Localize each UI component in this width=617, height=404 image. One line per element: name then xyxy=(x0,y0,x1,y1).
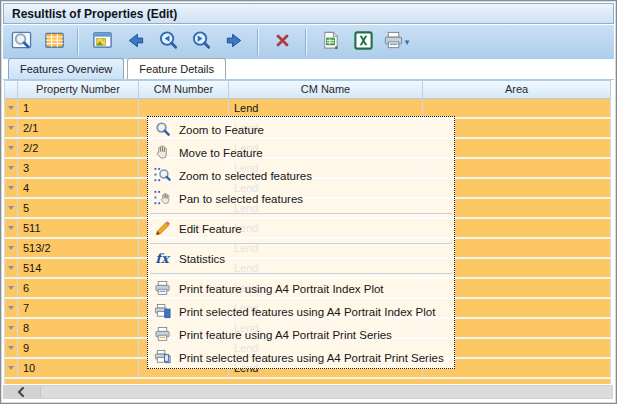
menu-item[interactable]: Pan to selected features xyxy=(148,187,454,210)
menu-divider xyxy=(150,213,452,214)
row-expander[interactable] xyxy=(4,179,18,199)
previous-record-button[interactable] xyxy=(123,30,147,54)
menu-divider xyxy=(150,243,452,244)
row-expander[interactable] xyxy=(4,339,18,359)
row-expander[interactable] xyxy=(4,119,18,139)
cell-property-number: 3 xyxy=(18,159,139,179)
show-on-map-button[interactable] xyxy=(90,30,114,54)
cell-property-number: 8 xyxy=(18,319,139,339)
cell-property-number: 10 xyxy=(18,359,139,379)
statistics-icon: fx xyxy=(153,250,171,268)
zoom-previous-button[interactable] xyxy=(156,30,180,54)
print-series-icon xyxy=(153,326,171,344)
menu-item[interactable]: Zoom to Feature xyxy=(148,118,454,141)
menu-item[interactable]: Print feature using A4 Portrait Index Pl… xyxy=(148,277,454,300)
chevron-down-icon xyxy=(8,206,14,210)
menu-item-label: Print selected features using A4 Portrai… xyxy=(179,352,444,364)
chevron-down-icon xyxy=(8,106,14,110)
horizontal-scrollbar[interactable] xyxy=(3,385,613,399)
print-button[interactable]: ▾ xyxy=(384,30,408,54)
row-expander[interactable] xyxy=(4,319,18,339)
result-table-icon xyxy=(44,30,65,55)
move-feature-icon xyxy=(153,144,171,162)
menu-item[interactable]: Edit Feature xyxy=(148,217,454,240)
pan-selected-icon xyxy=(153,190,171,208)
row-expander[interactable] xyxy=(4,279,18,299)
chevron-down-icon xyxy=(8,306,14,310)
dropdown-caret-icon[interactable]: ▾ xyxy=(405,37,410,47)
chevron-down-icon xyxy=(8,186,14,190)
printer-icon xyxy=(383,30,404,55)
menu-item[interactable]: Print selected features using A4 Portrai… xyxy=(148,346,454,369)
zoom-next-button[interactable] xyxy=(189,30,213,54)
menu-item[interactable]: Zoom to selected features xyxy=(148,164,454,187)
window-titlebar[interactable]: Resultlist of Properties (Edit) xyxy=(3,3,614,24)
menu-item-label: Print selected features using A4 Portrai… xyxy=(179,306,435,318)
toolbar: ▾ xyxy=(3,25,614,59)
scroll-thumb[interactable] xyxy=(40,386,612,398)
arrow-left-icon xyxy=(125,30,146,55)
row-expander[interactable] xyxy=(4,199,18,219)
menu-item[interactable]: fx Statistics xyxy=(148,247,454,270)
chevron-down-icon xyxy=(8,146,14,150)
chevron-down-icon xyxy=(8,166,14,170)
edit-feature-icon xyxy=(153,220,171,238)
menu-item-label: Move to Feature xyxy=(179,147,263,159)
chevron-down-icon xyxy=(8,346,14,350)
chevron-down-icon xyxy=(8,366,14,370)
row-expander[interactable] xyxy=(4,219,18,239)
zoom-selected-icon xyxy=(153,167,171,185)
excel-icon xyxy=(353,30,374,55)
menu-item[interactable]: Print selected features using A4 Portrai… xyxy=(148,300,454,323)
menu-item-label: Statistics xyxy=(179,253,225,265)
zoom-window-icon xyxy=(11,30,32,55)
tab-bar: Features Overview Feature Details xyxy=(3,59,614,80)
cell-property-number: 9 xyxy=(18,339,139,359)
row-expander[interactable] xyxy=(4,299,18,319)
header-cm-number[interactable]: CM Number xyxy=(139,80,229,99)
table-header: Property Number CM Number CM Name Area xyxy=(4,80,611,99)
toolbar-separator xyxy=(257,29,259,55)
chevron-down-icon xyxy=(8,286,14,290)
context-menu: Zoom to Feature Move to Feature Zoom to … xyxy=(147,116,455,369)
header-cm-name[interactable]: CM Name xyxy=(229,80,423,99)
table-row-partial xyxy=(4,379,611,384)
print-selected-series-icon xyxy=(153,349,171,367)
menu-item[interactable]: Print feature using A4 Portrait Print Se… xyxy=(148,323,454,346)
delete-button[interactable] xyxy=(270,30,294,54)
tab-features-overview[interactable]: Features Overview xyxy=(8,58,124,79)
cell-property-number: 511 xyxy=(18,219,139,239)
cell-property-number: 5 xyxy=(18,199,139,219)
cell-property-number: 514 xyxy=(18,259,139,279)
cell-property-number: 2/2 xyxy=(18,139,139,159)
show-on-map-icon xyxy=(92,30,113,55)
chevron-down-icon xyxy=(8,326,14,330)
zoom-window-button[interactable] xyxy=(9,30,33,54)
tab-feature-details[interactable]: Feature Details xyxy=(127,58,226,79)
chevron-down-icon xyxy=(8,246,14,250)
export-button[interactable] xyxy=(318,30,342,54)
next-record-button[interactable] xyxy=(222,30,246,54)
scroll-left-button[interactable] xyxy=(3,385,39,399)
chevron-down-icon xyxy=(8,266,14,270)
menu-divider xyxy=(150,273,452,274)
toolbar-separator xyxy=(77,29,79,55)
print-icon xyxy=(153,280,171,298)
row-expander[interactable] xyxy=(4,259,18,279)
row-expander[interactable] xyxy=(4,99,18,119)
menu-item-label: Print feature using A4 Portrait Index Pl… xyxy=(179,283,384,295)
result-table-button[interactable] xyxy=(42,30,66,54)
row-expander[interactable] xyxy=(4,239,18,259)
excel-export-button[interactable] xyxy=(351,30,375,54)
menu-item[interactable]: Move to Feature xyxy=(148,141,454,164)
row-expander[interactable] xyxy=(4,359,18,379)
cell-property-number: 513/2 xyxy=(18,239,139,259)
header-selector xyxy=(4,80,18,99)
chevron-left-icon xyxy=(16,383,26,401)
row-expander[interactable] xyxy=(4,139,18,159)
header-property-number[interactable]: Property Number xyxy=(18,80,139,99)
row-expander[interactable] xyxy=(4,159,18,179)
header-area[interactable]: Area xyxy=(423,80,611,99)
print-selected-icon xyxy=(153,303,171,321)
zoom-feature-icon xyxy=(153,121,171,139)
